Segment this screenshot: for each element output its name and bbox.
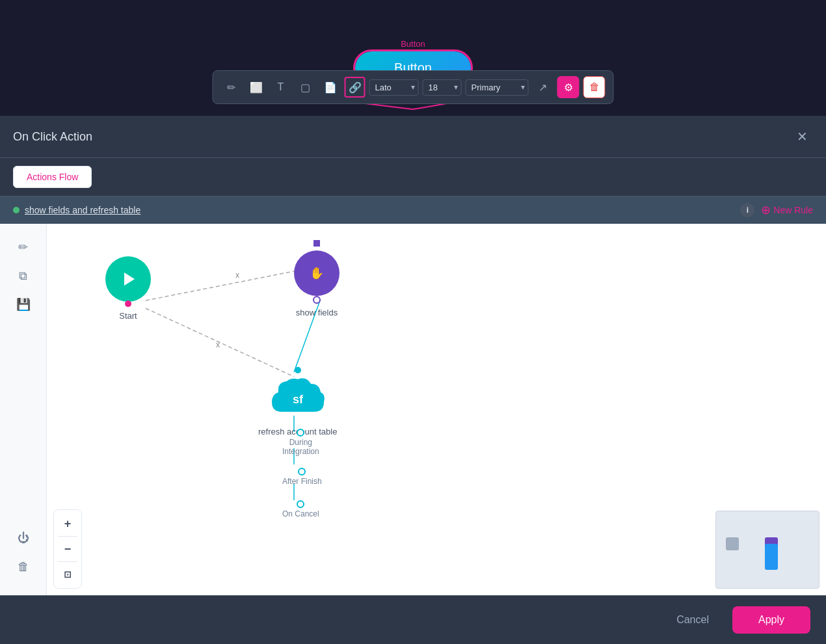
- shape-icon[interactable]: ▢: [295, 77, 316, 98]
- start-node[interactable]: Start: [105, 256, 151, 321]
- svg-text:sf: sf: [293, 393, 304, 406]
- copy-tool[interactable]: ⧉: [10, 263, 36, 289]
- cancel-top-dot: [297, 500, 304, 508]
- modal-title: On Click Action: [13, 130, 92, 144]
- after-finish-connector: After Finish: [282, 468, 322, 486]
- svg-text:x: x: [216, 340, 220, 349]
- save-tool[interactable]: 💾: [10, 291, 36, 317]
- trash-tool[interactable]: 🗑: [10, 554, 36, 580]
- rule-name-text[interactable]: show fields and refresh table: [25, 205, 140, 215]
- plus-circle-icon: ⊕: [761, 203, 771, 217]
- during-label: DuringIntegration: [282, 438, 319, 456]
- toolbar: ✏ ⬜ T ▢ 📄 🔗 Lato Arial Roboto 18 14 16 2…: [213, 70, 614, 104]
- show-fields-bottom-dot: [313, 296, 321, 304]
- start-circle[interactable]: [105, 256, 151, 302]
- pencil-icon[interactable]: ✏: [221, 77, 242, 98]
- link-icon[interactable]: 🔗: [345, 77, 366, 98]
- font-select[interactable]: Lato Arial Roboto: [369, 79, 419, 96]
- on-cancel-label: On Cancel: [282, 509, 319, 518]
- cancel-button[interactable]: Cancel: [663, 608, 722, 632]
- mini-map: [715, 511, 819, 589]
- text-icon[interactable]: T: [271, 77, 291, 98]
- rule-name-container: show fields and refresh table: [13, 205, 140, 215]
- modal: On Click Action ✕ Actions Flow show fiel…: [0, 116, 826, 644]
- show-fields-node[interactable]: ✋ show fields: [294, 240, 340, 317]
- mini-node-start: [726, 537, 739, 550]
- on-cancel-connector: On Cancel: [282, 500, 319, 518]
- during-top-dot: [297, 429, 304, 436]
- cloud-shape: sf: [269, 376, 327, 422]
- svg-marker-8: [124, 273, 135, 286]
- start-label: Start: [119, 311, 137, 321]
- font-size-select[interactable]: 18 14 16 20: [423, 79, 462, 96]
- svg-text:✋: ✋: [310, 266, 325, 280]
- show-fields-label: show fields: [296, 308, 338, 317]
- show-fields-top-dot: [313, 240, 320, 247]
- fit-screen-button[interactable]: ⊡: [58, 565, 77, 584]
- rule-info-badge[interactable]: i: [740, 203, 754, 217]
- modal-footer: Cancel Apply: [0, 595, 826, 644]
- sf-cloud-node[interactable]: sf refresh account table: [258, 367, 337, 436]
- tab-actions-flow[interactable]: Actions Flow: [13, 166, 92, 188]
- after-finish-label: After Finish: [282, 477, 322, 486]
- new-rule-button[interactable]: ⊕ New Rule: [761, 203, 813, 217]
- canvas-area: Button Button ✏ ⬜ T ▢ 📄 🔗 Lato Arial Rob…: [0, 0, 826, 111]
- cloud-top-dot: [295, 367, 301, 373]
- trash-button[interactable]: 🗑: [583, 76, 606, 98]
- zoom-in-button[interactable]: +: [58, 514, 77, 533]
- tab-bar: Actions Flow: [0, 158, 826, 196]
- rule-status-dot: [13, 207, 20, 213]
- frame-icon[interactable]: ⬜: [246, 77, 267, 98]
- show-fields-circle[interactable]: ✋: [294, 250, 340, 296]
- during-integration-connector: DuringIntegration: [282, 429, 319, 456]
- svg-text:x: x: [235, 271, 239, 280]
- power-tool[interactable]: ⏻: [10, 525, 36, 551]
- rule-bar-right: i ⊕ New Rule: [740, 203, 813, 217]
- external-link-icon[interactable]: ↗: [533, 77, 553, 98]
- flow-sidebar: ✏ ⧉ 💾 ⏻ 🗑: [0, 224, 47, 595]
- after-top-dot: [298, 468, 306, 476]
- connections-svg: x x: [47, 224, 826, 595]
- style-select[interactable]: Primary Secondary Ghost: [466, 79, 529, 96]
- mini-map-content: [716, 511, 819, 588]
- apply-button[interactable]: Apply: [732, 606, 810, 634]
- gear-button[interactable]: ⚙: [557, 76, 580, 98]
- rule-bar: show fields and refresh table i ⊕ New Ru…: [0, 196, 826, 224]
- edit-tool[interactable]: ✏: [10, 234, 36, 260]
- zoom-out-button[interactable]: −: [58, 539, 77, 559]
- button-label: Button: [355, 39, 471, 49]
- mini-node-sf: [765, 544, 778, 570]
- flow-canvas: ✏ ⧉ 💾 ⏻ 🗑 x x: [0, 224, 826, 595]
- flow-content: x x: [47, 224, 826, 595]
- close-button[interactable]: ✕: [792, 126, 813, 147]
- zoom-controls: + − ⊡: [53, 509, 82, 589]
- start-output-dot: [125, 301, 131, 307]
- page-icon[interactable]: 📄: [320, 77, 341, 98]
- modal-header: On Click Action ✕: [0, 116, 826, 158]
